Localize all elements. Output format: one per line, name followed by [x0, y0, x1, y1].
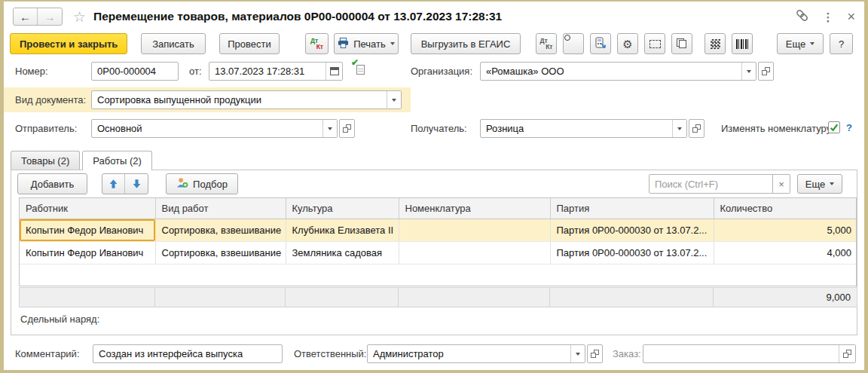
search-input[interactable] [649, 175, 772, 193]
sender-dropdown-button[interactable] [322, 120, 337, 137]
col-culture[interactable]: Культура [286, 198, 399, 219]
organization-dropdown-button[interactable] [741, 63, 756, 80]
chevron-down-icon [576, 353, 580, 356]
chevron-down-icon [830, 182, 834, 185]
works-table: Работник Вид работ Культура Номенклатура… [19, 197, 857, 286]
title-bar: ← → ☆ Перемещение товаров, материалов 0Р… [4, 2, 864, 32]
receiver-dropdown-button[interactable] [672, 120, 686, 137]
total-qty-cell: 9,000 [714, 288, 857, 307]
post-and-close-button[interactable]: Провести и закрыть [10, 33, 127, 54]
table-row[interactable]: Копытин Федор Иванович Сортировка, взвеш… [20, 219, 857, 241]
search-clear-button[interactable]: × [773, 174, 790, 194]
comment-input[interactable] [93, 345, 282, 362]
move-down-button[interactable] [125, 174, 148, 194]
cell-nomenclature[interactable] [399, 241, 550, 264]
save-button[interactable]: Записать [141, 33, 206, 54]
change-nomenclature-checkbox[interactable] [828, 121, 840, 133]
dt-kt-icon: ДтКт [310, 38, 323, 50]
arrow-up-icon [108, 179, 118, 189]
pick-label: Подбор [193, 179, 228, 190]
table-more-button[interactable]: Еще [797, 174, 842, 194]
order-input[interactable] [643, 345, 839, 362]
dt-kt-entries-button[interactable]: ДтКт [305, 33, 329, 54]
barcode-search-button[interactable] [563, 33, 584, 54]
open-icon [591, 350, 599, 358]
tab-works[interactable]: Работы (2) [82, 151, 152, 170]
number-label: Номер: [15, 66, 48, 77]
cell-work-type[interactable]: Сортировка, взвешивание [155, 219, 286, 241]
cell-worker[interactable]: Копытин Федор Иванович [20, 241, 155, 264]
number-input[interactable] [92, 63, 178, 80]
chevron-down-icon [392, 99, 396, 102]
header-fields-row2: Вид документа: [4, 90, 864, 112]
table-row[interactable]: Копытин Федор Иванович Сортировка, взвеш… [20, 241, 857, 264]
col-quantity[interactable]: Количество [714, 198, 857, 219]
move-up-button[interactable] [102, 174, 125, 194]
responsible-dropdown-button[interactable] [570, 345, 585, 362]
date-input[interactable] [209, 63, 326, 80]
add-row-button[interactable]: Добавить [17, 173, 87, 194]
datamatrix-button[interactable] [704, 33, 726, 54]
post-button[interactable]: Провести [219, 33, 280, 54]
doc-type-input[interactable] [92, 91, 387, 109]
copy-documents-button[interactable] [671, 33, 692, 54]
app-window: ← → ☆ Перемещение товаров, материалов 0Р… [0, 0, 868, 373]
get-link-icon[interactable] [796, 9, 808, 24]
cell-qty[interactable]: 4,000 [714, 241, 857, 264]
col-work-type[interactable]: Вид работ [155, 198, 286, 219]
cell-culture[interactable]: Земляника садовая [286, 241, 399, 264]
dt-kt-report-button[interactable]: ДтКт [536, 33, 557, 54]
terminal-exchange-button[interactable] [590, 33, 611, 54]
checkmark-icon [830, 123, 839, 132]
change-nomenclature-help[interactable]: ? [846, 122, 852, 133]
col-nomenclature[interactable]: Номенклатура [399, 198, 550, 219]
settings-gears-button[interactable]: ⚙ [617, 33, 638, 54]
cell-qty[interactable]: 5,000 [714, 219, 857, 241]
favorite-star-icon[interactable]: ☆ [73, 10, 86, 24]
table-total-row: 9,000 [19, 287, 857, 307]
organization-input[interactable] [481, 63, 741, 80]
forward-button[interactable]: → [38, 8, 62, 25]
change-form-button[interactable] [644, 33, 665, 54]
calendar-picker-button[interactable] [326, 63, 342, 80]
open-icon [343, 124, 351, 133]
organization-open-button[interactable] [758, 62, 774, 81]
total-empty-cell [155, 288, 286, 307]
back-button[interactable]: ← [14, 8, 38, 25]
sender-open-button[interactable] [339, 119, 355, 138]
date-label: от: [189, 66, 202, 77]
help-button[interactable]: ? [830, 33, 853, 54]
tab-goods[interactable]: Товары (2) [11, 151, 80, 170]
egais-upload-button[interactable]: Выгрузить в ЕГАИС [411, 33, 521, 54]
receiver-open-button[interactable] [689, 119, 704, 138]
cell-work-type[interactable]: Сортировка, взвешивание [155, 241, 286, 264]
doc-type-dropdown-button[interactable] [387, 91, 401, 109]
gear-icon: ⚙ [622, 38, 632, 50]
more-actions-button[interactable]: Еще [777, 33, 824, 54]
close-icon[interactable]: × [847, 10, 855, 23]
title-actions: ⋮ × [796, 9, 855, 24]
cell-batch[interactable]: Партия 0Р00-000030 от 13.07.2... [550, 241, 714, 264]
move-row-group [102, 173, 148, 194]
print-button[interactable]: Печать [334, 33, 399, 54]
receiver-input[interactable] [481, 120, 672, 137]
barcode-button[interactable] [732, 33, 753, 54]
col-batch[interactable]: Партия [550, 198, 714, 219]
cell-batch[interactable]: Партия 0Р00-000030 от 13.07.2... [550, 219, 714, 241]
history-nav: ← → [13, 8, 63, 26]
order-open-button[interactable] [839, 345, 855, 362]
col-worker[interactable]: Работник [20, 198, 155, 219]
change-nomenclature-label: Изменять номенклатуру: [721, 123, 834, 134]
open-icon [692, 124, 701, 133]
window-menu-icon[interactable]: ⋮ [822, 11, 833, 23]
pick-button[interactable]: Подбор [166, 173, 238, 194]
calendar-icon [330, 67, 339, 75]
responsible-open-button[interactable] [587, 344, 603, 363]
cell-nomenclature[interactable] [399, 219, 550, 241]
responsible-input[interactable] [368, 345, 570, 362]
header-fields-row1: Номер: от: ✔ Организация: [4, 62, 864, 83]
cell-worker[interactable]: Копытин Федор Иванович [20, 219, 155, 241]
cell-culture[interactable]: Клубника Елизавета II [286, 219, 399, 241]
qr-code-icon [711, 39, 720, 49]
sender-input[interactable] [92, 120, 322, 137]
